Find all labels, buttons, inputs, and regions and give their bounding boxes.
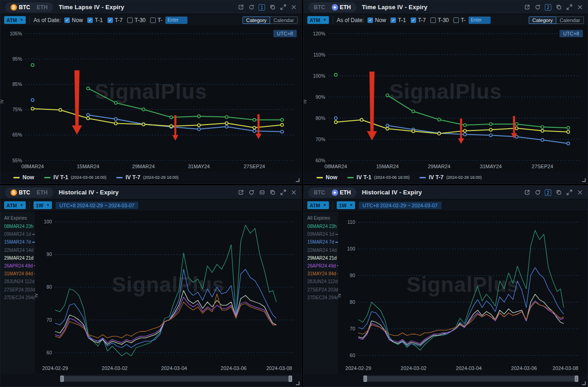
expiry-item-27dec24[interactable]: 27DEC24 294d: [4, 295, 35, 300]
checkbox-now[interactable]: ✓Now: [368, 17, 386, 23]
group-badge[interactable]: 1: [259, 4, 265, 11]
expiry-item-31may24[interactable]: 31MAY24 84d: [307, 271, 338, 276]
strike-select[interactable]: ATM▼: [307, 16, 329, 24]
checkbox-t-7[interactable]: ✓T-7: [107, 17, 123, 23]
duplicate-icon[interactable]: [555, 4, 562, 11]
date-range-badge[interactable]: UTC+8 2024-02-29 ~ 2024-03-07: [359, 202, 441, 209]
slider-handle-left[interactable]: [363, 376, 367, 382]
duplicate-icon[interactable]: [269, 189, 276, 196]
checkbox-t-7[interactable]: ✓T-7: [411, 17, 426, 23]
external-link-icon[interactable]: [524, 189, 530, 196]
tab-btc[interactable]: ₿ BTC: [7, 189, 34, 196]
slider-track[interactable]: [367, 376, 575, 381]
tab-btc[interactable]: BTC: [311, 4, 328, 11]
x-range-slider[interactable]: [363, 376, 578, 382]
expiry-item-08mar24[interactable]: 08MAR24 23h: [4, 224, 35, 229]
close-icon[interactable]: [577, 189, 583, 196]
expand-icon[interactable]: [566, 189, 572, 196]
expiry-item-31may24[interactable]: 31MAY24 84d: [4, 271, 35, 276]
calendar-toggle[interactable]: Calendar: [556, 17, 584, 24]
panel-resize-handle[interactable]: [296, 178, 300, 182]
expiry-item-29mar24[interactable]: 29MAR24 21d: [307, 256, 338, 261]
expiry-item-08mar24[interactable]: 08MAR24 23h: [307, 224, 338, 229]
t-custom-days-input[interactable]: [469, 17, 491, 24]
x-range-slider[interactable]: [60, 376, 292, 382]
legend-item[interactable]: Now: [13, 174, 34, 181]
expiry-item-26apr24[interactable]: 26APR24 49d: [307, 263, 338, 268]
external-link-icon[interactable]: [237, 189, 244, 196]
expiry-item-15mar24[interactable]: 15MAR24 7d: [4, 239, 35, 245]
close-icon[interactable]: [290, 189, 297, 196]
tab-btc[interactable]: ₿ BTC: [7, 4, 34, 11]
panel-resize-handle[interactable]: [582, 381, 586, 385]
panel-resize-handle[interactable]: [296, 381, 300, 385]
expiry-item-27sep24[interactable]: 27SEP24 203d: [4, 287, 35, 292]
expiry-item-29mar24[interactable]: 29MAR24 21d: [4, 256, 35, 261]
group-badge[interactable]: 2: [545, 189, 551, 196]
legend-item[interactable]: IV T-1(2024-03-06 16:00): [44, 174, 106, 181]
legend-label: Now: [23, 174, 34, 181]
close-icon[interactable]: [290, 4, 297, 11]
expiry-item-27sep24[interactable]: 27SEP24 203d: [307, 287, 338, 292]
group-badge[interactable]: 2: [545, 4, 551, 11]
checkbox-t-1[interactable]: ✓T-1: [390, 17, 406, 23]
refresh-icon[interactable]: [534, 189, 541, 196]
date-range-badge[interactable]: UTC+8 2024-02-29 ~ 2024-03-07: [56, 202, 138, 209]
panel-resize-handle[interactable]: [582, 178, 586, 182]
expand-icon[interactable]: [566, 4, 572, 11]
tab-eth[interactable]: ◆ ETH: [328, 4, 354, 11]
legend-item[interactable]: Now: [317, 174, 337, 181]
checkbox-t-30[interactable]: T-30: [127, 17, 146, 23]
checkbox-now[interactable]: ✓Now: [64, 17, 83, 23]
close-icon[interactable]: [577, 4, 583, 11]
tab-btc[interactable]: BTC: [311, 189, 328, 196]
checkbox-t[interactable]: T-: [150, 17, 163, 23]
expiry-item-28jun24[interactable]: 28JUN24 112d: [307, 279, 338, 284]
legend-item[interactable]: IV T-7(2024-02-29 16:00): [419, 174, 481, 181]
historical-chart-svg: 607080901002024-02-292024-03-022024-03-0…: [35, 211, 301, 374]
strike-select[interactable]: ATM▼: [4, 201, 26, 209]
duplicate-icon[interactable]: [269, 4, 276, 11]
expiry-item-26apr24[interactable]: 26APR24 49d: [4, 263, 35, 268]
strike-select[interactable]: ATM▼: [4, 16, 26, 24]
category-toggle[interactable]: Category: [243, 17, 271, 24]
refresh-icon[interactable]: [248, 189, 254, 196]
tab-eth[interactable]: ◆ ETH: [328, 189, 354, 196]
expiry-item-15mar24[interactable]: 15MAR24 7d: [307, 239, 338, 245]
strike-select[interactable]: ATM▼: [307, 201, 329, 209]
expiry-item-09mar24[interactable]: 09MAR24 1d: [307, 232, 338, 237]
tab-eth[interactable]: ETH: [34, 4, 51, 11]
chart-legend: NowIV T-1(2024-03-06 16:00)IV T-7(2024-0…: [304, 171, 588, 183]
external-link-icon[interactable]: [524, 4, 530, 11]
slider-handle-right[interactable]: [288, 376, 292, 382]
checkbox-t-30[interactable]: T-30: [430, 17, 449, 23]
expiry-item-22mar24[interactable]: 22MAR24 14d: [307, 248, 338, 253]
refresh-icon[interactable]: [248, 4, 254, 11]
svg-text:65%: 65%: [12, 132, 22, 137]
period-select[interactable]: 1W▼: [337, 201, 355, 209]
expiry-item-27dec24[interactable]: 27DEC24 294d: [307, 295, 338, 300]
slider-handle-left[interactable]: [60, 376, 64, 382]
expiry-item-28jun24[interactable]: 28JUN24 112d: [4, 279, 35, 284]
slider-handle-right[interactable]: [575, 376, 578, 382]
tab-eth[interactable]: ETH: [34, 189, 51, 196]
period-select[interactable]: 1W▼: [34, 201, 52, 209]
checkbox-t[interactable]: T-: [453, 17, 466, 23]
external-link-icon[interactable]: [237, 4, 244, 11]
expand-icon[interactable]: [280, 189, 286, 196]
refresh-icon[interactable]: [534, 4, 541, 11]
divider: [29, 202, 30, 209]
slider-track[interactable]: [64, 376, 288, 381]
legend-sublabel: (2024-03-06 16:00): [71, 175, 106, 180]
legend-item[interactable]: IV T-7(2024-02-29 16:00): [116, 174, 178, 181]
calendar-toggle[interactable]: Calendar: [270, 17, 298, 24]
duplicate-icon[interactable]: [555, 189, 562, 196]
expiry-item-22mar24[interactable]: 22MAR24 14d: [4, 248, 35, 253]
t-custom-days-input[interactable]: [165, 17, 187, 24]
legend-item[interactable]: IV T-1(2024-03-06 16:00): [347, 174, 409, 181]
box-dash-icon[interactable]: [259, 189, 265, 196]
expand-icon[interactable]: [280, 4, 286, 11]
category-toggle[interactable]: Category: [529, 17, 557, 24]
checkbox-t-1[interactable]: ✓T-1: [87, 17, 102, 23]
expiry-item-09mar24[interactable]: 09MAR24 1d: [4, 232, 35, 237]
